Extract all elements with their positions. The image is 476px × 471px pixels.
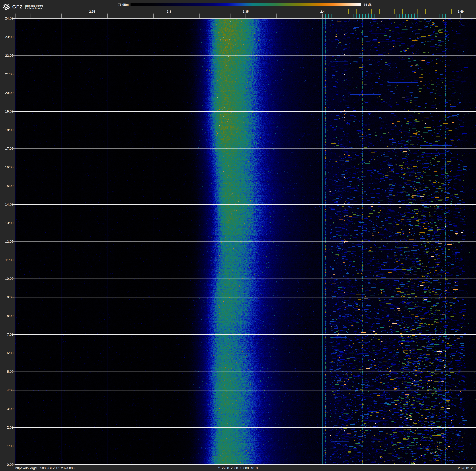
freq-minor-tick [123,14,123,18]
date-text: 2026-01-20 [415,466,475,470]
wifi-channel-tick [379,9,380,14]
bluetooth-channel-tick [402,14,403,18]
bluetooth-channel-tick [359,14,360,18]
hour-tick [12,409,15,409]
hour-tick [12,446,15,446]
hour-tick [12,279,15,279]
freq-minor-tick [246,14,246,18]
freq-axis-label: 2.4 [313,10,332,13]
bluetooth-channel-tick [374,14,375,18]
bluetooth-channel-tick [399,14,400,18]
hour-tick [12,37,15,37]
wifi-channel-tick [425,9,426,14]
time-axis-label: 8:00 [0,314,14,318]
freq-axis-label: 2.49 [451,10,470,13]
bluetooth-channel-tick [411,14,412,18]
time-axis-label: 17:00 [0,147,14,151]
freq-minor-tick [261,14,261,18]
freq-minor-tick [460,14,461,18]
bluetooth-channel-tick [368,14,369,18]
time-axis-label: 21:00 [0,72,14,76]
gfz-logo-subtitle-line2: for Geosciences [25,7,43,10]
bluetooth-channel-tick [421,14,421,18]
bluetooth-channel-tick [335,14,335,18]
gfz-logo-subtitle: Helmholtz Centre for Geosciences [25,5,43,10]
bluetooth-channel-tick [439,14,440,18]
bluetooth-channel-tick [427,14,427,18]
time-axis-label: 6:00 [0,351,14,355]
bluetooth-channel-tick [356,14,357,18]
time-axis-label: 5:00 [0,370,14,374]
time-axis-label: 10:00 [0,277,14,281]
time-axis-label: 2:00 [0,425,14,430]
time-axis-label: 1:00 [0,444,14,448]
hour-tick [12,130,15,130]
bluetooth-channel-tick [347,14,347,18]
wifi-channel-tick [341,9,341,14]
time-axis-label: 12:00 [0,240,14,244]
hour-tick [12,186,15,186]
colorbar-max-label: -55 dBm [363,3,393,6]
gfz-logo-brand: GFZ [12,4,23,10]
freq-minor-tick [46,14,46,18]
bluetooth-channel-tick [414,14,415,18]
freq-minor-tick [292,14,292,18]
hour-tick [12,74,15,74]
bluetooth-channel-tick [381,14,381,18]
hour-tick [12,316,15,316]
time-axis-label: 23:00 [0,35,14,39]
bluetooth-channel-tick [396,14,396,18]
hour-tick [12,204,15,205]
wifi-channel-tick [372,9,372,14]
bluetooth-channel-tick [424,14,424,18]
time-axis-label: 7:00 [0,332,14,337]
colorbar-gradient [131,3,361,6]
hour-tick [12,390,15,390]
freq-minor-tick [153,14,154,18]
hour-tick [12,465,15,465]
bluetooth-channel-tick [405,14,406,18]
bluetooth-channel-tick [384,14,384,18]
bluetooth-channel-tick [445,14,446,18]
freq-minor-tick [215,14,215,18]
hour-tick [12,260,15,260]
freq-minor-tick [322,14,323,18]
bluetooth-channel-tick [430,14,430,18]
bluetooth-channel-tick [338,14,338,18]
wifi-channel-tick [433,9,433,14]
hour-tick [12,353,15,353]
hour-tick [12,427,15,428]
freq-minor-tick [276,14,276,18]
time-axis-label: 14:00 [0,202,14,206]
hour-tick [12,148,15,149]
time-axis-label: 22:00 [0,54,14,58]
hour-tick [12,297,15,297]
freq-minor-tick [307,14,307,18]
bluetooth-channel-tick [378,14,378,18]
freq-minor-tick [77,14,77,18]
hour-tick [12,223,15,223]
hour-tick [12,372,15,372]
freq-minor-tick [15,14,16,18]
colorbar-min-label: -75 dBm [100,3,129,6]
time-axis-label: 13:00 [0,221,14,225]
freq-minor-tick [184,14,184,18]
bluetooth-channel-tick [365,14,366,18]
wifi-channel-tick [364,9,364,14]
wifi-channel-tick [418,9,418,14]
hour-tick [12,167,15,167]
time-axis-label: 16:00 [0,165,14,169]
wifi-channel-tick [394,9,395,14]
time-axis-label: 20:00 [0,91,14,95]
bluetooth-channel-tick [362,14,363,18]
time-axis-label: 3:00 [0,407,14,411]
time-axis-label: 18:00 [0,128,14,132]
freq-axis-label: 2.35 [237,10,255,13]
hour-tick [12,111,15,112]
freq-minor-tick [169,14,169,18]
freq-minor-tick [138,14,138,18]
hour-tick [12,241,15,242]
bluetooth-channel-tick [353,14,354,18]
bluetooth-channel-tick [350,14,350,18]
bluetooth-channel-tick [418,14,418,18]
